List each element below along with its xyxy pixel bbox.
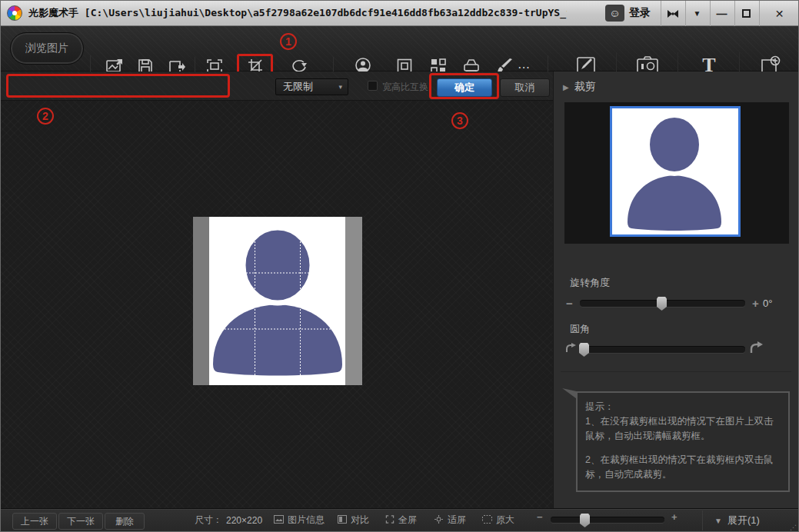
smiley-icon: ☺ [605, 5, 624, 22]
image-info-button[interactable]: 图片信息 [274, 514, 325, 527]
rotation-value: 0° [763, 298, 772, 309]
corner-slider-track[interactable] [579, 347, 745, 353]
browse-images-label: 浏览图片 [25, 42, 68, 55]
zoom-slider-track[interactable] [551, 517, 664, 523]
previous-image-button[interactable]: 上一张 [12, 513, 57, 530]
crop-preview-image [610, 106, 741, 237]
photo-gray-bar-left [193, 217, 209, 385]
zoom-out-button[interactable]: − [537, 511, 543, 523]
annotation-step-2: 2 [37, 108, 54, 125]
menu-arrow-icon: ▼ [694, 9, 701, 18]
delete-image-button[interactable]: 删除 [105, 513, 145, 530]
collapse-triangle-icon: ▶ [563, 83, 569, 91]
fullscreen-button[interactable]: 全屏 [385, 514, 417, 527]
browse-images-button[interactable]: 浏览图片 [10, 32, 84, 65]
original-size-button[interactable]: 原大 [482, 514, 514, 527]
corner-small-icon [565, 343, 576, 354]
next-image-button[interactable]: 下一张 [58, 513, 103, 530]
expand-panel-button[interactable]: ▼ 展开(1) [714, 514, 760, 527]
app-name: 光影魔术手 [28, 7, 78, 18]
fullscreen-icon [385, 515, 395, 526]
panel-header[interactable]: ▶ 裁剪 [563, 80, 596, 94]
size-label: 尺寸： [195, 514, 222, 527]
compare-button[interactable]: 对比 [338, 514, 369, 527]
swap-ratio-label: 宽高比互换 [382, 81, 428, 94]
corner-label: 圆角 [570, 322, 590, 336]
close-button[interactable]: ✕ [759, 1, 799, 26]
main-toolbar: 浏览图片 打开 保存 另存 尺寸 ▾ 裁剪 ▾ 旋转 ▾ [1, 26, 799, 71]
maximize-button[interactable] [734, 1, 757, 26]
size-value: 220×220 [226, 515, 262, 526]
photo-gray-bar-right [345, 217, 362, 385]
cancel-button[interactable]: 取消 [500, 78, 550, 97]
close-icon: ✕ [775, 8, 784, 20]
rotation-label: 旋转角度 [570, 276, 610, 290]
photo-being-cropped[interactable] [193, 217, 362, 385]
select-arrow-icon: ▾ [338, 83, 342, 91]
corner-large-icon [750, 341, 763, 354]
minimize-button[interactable]: — [710, 1, 733, 26]
app-logo-icon [7, 5, 22, 21]
fit-screen-button[interactable]: 适屏 [434, 514, 466, 527]
rotate-minus-button[interactable]: − [566, 297, 573, 310]
menu-button[interactable]: ▼ [685, 1, 708, 26]
tip-box: 提示： 1、在没有裁剪框出现的情况下在图片上双击鼠标，自动出现满幅裁剪框。 2、… [576, 391, 790, 492]
image-info-icon [274, 515, 284, 526]
maximize-icon [742, 9, 751, 18]
skin-button[interactable] [661, 1, 684, 26]
rotate-plus-button[interactable]: + [752, 297, 759, 310]
login-button[interactable]: ☺ 登录 [605, 5, 651, 22]
window-title: 光影魔术手 [C:\Users\liujiahui\Desktop\a5f279… [28, 6, 567, 20]
size-annotation-box [6, 74, 230, 98]
ratio-select[interactable]: 无限制 ▾ [275, 78, 348, 95]
annotation-step-1: 1 [280, 33, 297, 50]
fit-screen-icon [434, 515, 444, 526]
preview-person-silhouette [612, 108, 738, 234]
compare-icon [338, 515, 347, 526]
tip-line-2: 2、在裁剪框出现的情况下在裁剪框内双击鼠标，自动完成裁剪。 [585, 453, 781, 482]
expand-caret-icon: ▼ [714, 517, 722, 525]
resize-grip-icon[interactable]: ⋰ [790, 524, 797, 531]
original-size-icon [482, 515, 492, 526]
image-size-status: 尺寸：220×220 [195, 514, 262, 527]
minimize-icon: — [717, 8, 727, 20]
ok-annotation-box [429, 73, 499, 99]
bowtie-skin-icon [667, 9, 679, 18]
annotation-step-3: 3 [451, 112, 468, 129]
login-label: 登录 [629, 6, 651, 20]
tip-line-1: 1、在没有裁剪框出现的情况下在图片上双击鼠标，自动出现满幅裁剪框。 [585, 414, 781, 444]
tip-title: 提示： [585, 400, 781, 414]
panel-divider [561, 371, 791, 372]
zoom-in-button[interactable]: + [671, 511, 677, 523]
swap-ratio-checkbox[interactable] [368, 81, 378, 91]
file-path: [C:\Users\liujiahui\Desktop\a5f2798a62e1… [85, 7, 567, 18]
bottom-bar-divider [702, 510, 703, 530]
